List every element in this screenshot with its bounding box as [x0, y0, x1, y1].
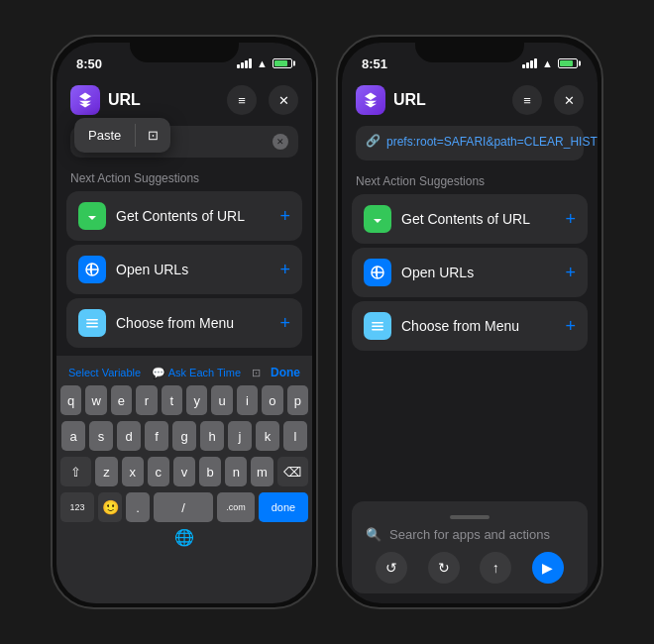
key-123[interactable]: 123 — [60, 492, 94, 522]
action-row-1-left[interactable]: Open URLs + — [66, 245, 302, 294]
action-row-0-left[interactable]: Get Contents of URL + — [66, 191, 302, 241]
keyboard-area: Select Variable 💬 Ask Each Time ⊡ Done q… — [56, 356, 312, 603]
action-plus-1-left[interactable]: + — [279, 260, 290, 280]
key-l[interactable]: l — [283, 421, 307, 451]
clear-button[interactable]: ✕ — [272, 134, 288, 150]
action-row-1-right[interactable]: Open URLs + — [352, 248, 588, 297]
action-row-2-right[interactable]: Choose from Menu + — [352, 301, 588, 351]
key-g[interactable]: g — [172, 421, 196, 451]
key-d[interactable]: d — [117, 421, 141, 451]
key-b[interactable]: b — [199, 457, 221, 486]
phone-left: 8:50 ▲ — [51, 35, 318, 609]
key-i[interactable]: i — [237, 385, 258, 415]
select-variable-btn[interactable]: Select Variable — [68, 367, 141, 378]
forward-button[interactable]: ↻ — [428, 552, 460, 584]
action-plus-2-left[interactable]: + — [279, 313, 290, 334]
share-button[interactable]: ↑ — [480, 552, 511, 584]
grab-bar — [450, 515, 490, 519]
key-s[interactable]: s — [89, 421, 113, 451]
key-n[interactable]: n — [225, 457, 247, 486]
screen-right: 8:51 ▲ — [342, 43, 598, 603]
key-e[interactable]: e — [111, 385, 132, 415]
phone-right: 8:51 ▲ — [336, 35, 603, 609]
battery-icon-right — [558, 58, 578, 68]
ask-each-time-btn[interactable]: 💬 Ask Each Time — [152, 367, 241, 379]
key-dotcom[interactable]: .com — [217, 492, 255, 522]
section-label-right: Next Action Suggestions — [342, 168, 598, 192]
key-u[interactable]: u — [211, 385, 232, 415]
key-a[interactable]: a — [61, 421, 85, 451]
globe-icon[interactable]: 🌐 — [174, 528, 194, 547]
key-emoji[interactable]: 🙂 — [98, 492, 122, 522]
key-slash[interactable]: / — [154, 492, 213, 522]
key-p[interactable]: p — [287, 385, 308, 415]
key-row-2: a s d f g h j k l — [60, 421, 308, 451]
action-plus-0-right[interactable]: + — [565, 209, 576, 230]
notch-left — [130, 37, 239, 62]
back-button[interactable]: ↺ — [376, 552, 407, 584]
key-w[interactable]: w — [85, 385, 106, 415]
url-value-text: prefs:root=SAFARI&path=CLEAR_HISTORY_AND… — [386, 134, 598, 151]
status-icons-right: ▲ — [522, 57, 578, 69]
key-backspace[interactable]: ⌫ — [277, 457, 308, 486]
status-time-left: 8:50 — [76, 56, 102, 71]
svg-rect-6 — [372, 326, 383, 328]
key-row-3: ⇧ z x c v b n m ⌫ — [60, 457, 308, 486]
action-icon-menu-right — [364, 312, 391, 340]
screen-left: 8:50 ▲ — [56, 43, 312, 603]
close-button-left[interactable]: ✕ — [269, 85, 298, 115]
action-plus-0-left[interactable]: + — [279, 206, 290, 227]
status-time-right: 8:51 — [362, 56, 387, 71]
action-row-2-left[interactable]: Choose from Menu + — [66, 298, 302, 348]
phones-container: 8:50 ▲ — [31, 15, 623, 629]
key-k[interactable]: k — [256, 421, 279, 451]
done-btn[interactable]: Done — [271, 366, 300, 379]
key-y[interactable]: y — [186, 385, 207, 415]
key-v[interactable]: v — [173, 457, 195, 486]
nav-header-left: URL ≡ ✕ — [56, 78, 312, 122]
filter-button-right[interactable]: ≡ — [512, 85, 542, 115]
keyboard-toolbar: Select Variable 💬 Ask Each Time ⊡ Done — [60, 362, 308, 385]
key-x[interactable]: x — [122, 457, 144, 486]
speech-icon: 💬 — [152, 367, 165, 379]
url-value-box[interactable]: 🔗 prefs:root=SAFARI&path=CLEAR_HISTORY_A… — [356, 126, 584, 161]
nav-title-left: URL — [108, 91, 215, 109]
key-z[interactable]: z — [95, 457, 117, 486]
wifi-icon: ▲ — [257, 57, 268, 69]
section-label-left: Next Action Suggestions — [56, 165, 312, 189]
action-icon-menu-left — [78, 309, 106, 337]
paste-button[interactable]: Paste — [74, 124, 136, 147]
app-icon-left — [70, 85, 100, 115]
paste-popup: Paste ⊡ — [74, 118, 170, 153]
signal-icon — [237, 58, 252, 68]
svg-rect-3 — [86, 326, 98, 328]
key-o[interactable]: o — [262, 385, 282, 415]
play-button[interactable]: ▶ — [532, 552, 564, 584]
paste-icon-button[interactable]: ⊡ — [136, 124, 170, 147]
key-shift[interactable]: ⇧ — [60, 457, 91, 486]
svg-rect-5 — [372, 322, 383, 324]
key-r[interactable]: r — [136, 385, 157, 415]
close-button-right[interactable]: ✕ — [554, 85, 584, 115]
action-row-0-right[interactable]: Get Contents of URL + — [352, 194, 588, 244]
action-plus-1-right[interactable]: + — [565, 263, 576, 283]
key-h[interactable]: h — [200, 421, 224, 451]
key-q[interactable]: q — [60, 385, 81, 415]
key-period[interactable]: . — [126, 492, 150, 522]
keyboard-rows: q w e r t y u i o p a s — [60, 385, 308, 522]
bottom-actions: ↺ ↻ ↑ ▶ — [366, 552, 574, 584]
action-plus-2-right[interactable]: + — [565, 316, 576, 337]
key-j[interactable]: j — [228, 421, 252, 451]
action-label-1-right: Open URLs — [401, 265, 555, 280]
key-t[interactable]: t — [162, 385, 182, 415]
key-m[interactable]: m — [251, 457, 272, 486]
key-f[interactable]: f — [145, 421, 168, 451]
svg-rect-7 — [372, 329, 383, 331]
link-icon-right: 🔗 — [366, 134, 381, 148]
filter-button-left[interactable]: ≡ — [227, 85, 257, 115]
key-done[interactable]: done — [259, 492, 308, 522]
battery-icon — [272, 58, 292, 68]
key-c[interactable]: c — [148, 457, 169, 486]
clipboard-icon[interactable]: ⊡ — [252, 367, 261, 379]
search-input-right[interactable]: Search for apps and actions — [389, 527, 550, 542]
